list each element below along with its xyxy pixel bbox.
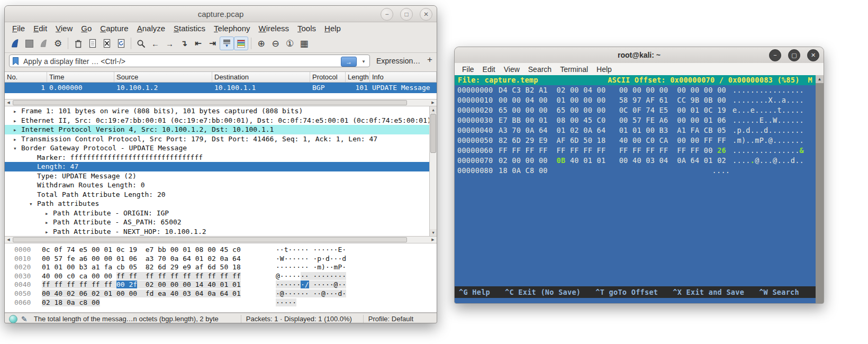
open-file-icon[interactable] [71,37,85,50]
find-packet-icon[interactable] [134,37,148,50]
hexedit-row[interactable]: 0000008018 0A C8 00.... [457,166,824,176]
go-first-packet-icon[interactable]: ⇤ [191,37,205,50]
collapse-arrow-icon[interactable]: ▾ [29,200,37,209]
detail-row[interactable]: Marker: ffffffffffffffffffffffffffffffff [5,153,437,162]
apply-filter-button[interactable]: → [341,57,357,67]
detail-row[interactable]: Type: UPDATE Message (2) [5,171,437,181]
expand-arrow-icon[interactable]: ▸ [13,125,21,134]
menu-item-file[interactable]: File [8,23,29,33]
scroll-left-icon[interactable]: ◀ [5,99,12,106]
hex-row[interactable]: 006002 18 0a c8 00····· [5,298,437,307]
packet-bytes-pane[interactable]: 00000c 0f 74 e5 00 01 0c 19 e7 bb 00 01 … [5,243,437,313]
menu-item-tools[interactable]: Tools [293,23,320,33]
menu-item-telephony[interactable]: Telephony [210,23,254,33]
zoom-original-icon[interactable]: ① [283,37,297,50]
menu-item-wireless[interactable]: Wireless [255,23,294,33]
column-header-destination[interactable]: Destination [212,72,310,82]
column-header-time[interactable]: Time [47,72,114,82]
detail-row[interactable]: ▸Path Attribute - AS_PATH: 65002 [5,218,437,227]
minimize-icon[interactable]: − [769,49,781,61]
menu-item-search[interactable]: Search [524,65,556,74]
hexedit-row[interactable]: 00000000D4 C3 B2 A1 02 00 04 00 00 00 00… [457,85,824,95]
close-file-icon[interactable] [100,37,114,50]
detail-row[interactable]: ▸Path Attribute - NEXT_HOP: 10.100.1.2 [5,227,437,237]
hex-row[interactable]: 005000 40 02 06 02 01 00 00 fd ea 40 03 … [5,289,437,298]
scroll-up-icon[interactable]: ▲ [430,106,437,113]
restart-capture-icon[interactable] [37,37,51,50]
minimize-icon[interactable]: − [381,8,393,21]
detail-row[interactable]: ▾Border Gateway Protocol - UPDATE Messag… [5,143,437,153]
stop-capture-icon[interactable] [22,37,37,50]
expand-arrow-icon[interactable]: ▸ [45,209,53,218]
hexedit-row[interactable]: 00000040A3 70 0A 64 01 02 0A 64 01 01 00… [457,125,824,135]
menu-item-view[interactable]: View [500,65,524,74]
menu-item-capture[interactable]: Capture [96,23,132,33]
start-capture-icon[interactable] [8,37,22,50]
scroll-right-icon[interactable]: ▶ [429,99,437,106]
hexedit-row[interactable]: 0000005082 6D 29 E9 AF 6D 50 18 40 00 C0… [457,135,824,146]
close-icon[interactable]: ✕ [807,49,819,61]
column-header-info[interactable]: Info [370,72,437,82]
hex-row[interactable]: 002001 01 00 b3 a1 fa cb 05 82 6d 29 e9 … [5,263,437,272]
terminal-screen[interactable]: File: capture.temp ASCII Offset: 0x00000… [455,75,824,303]
zoom-out-icon[interactable]: ⊖ [268,37,283,50]
reload-file-icon[interactable] [114,37,128,50]
detail-row[interactable]: ▸Ethernet II, Src: 0c:19:e7:bb:00:01 (0c… [5,116,437,125]
hexedit-row[interactable]: 0000007002 00 00 00 0B 40 01 01 00 40 03… [457,156,824,166]
detail-row[interactable]: Length: 47 [5,162,437,171]
go-last-packet-icon[interactable]: ⇥ [205,37,220,50]
hexedit-row[interactable]: 0000001000 00 04 00 01 00 00 00 58 97 AF… [457,95,824,105]
expression-button[interactable]: Expression… [376,57,420,65]
menu-item-statistics[interactable]: Statistics [169,23,210,33]
column-header-protocol[interactable]: Protocol [310,72,346,82]
maximize-icon[interactable]: ▢ [788,49,800,61]
detail-row[interactable]: ▾Path attributes [5,199,437,209]
hexedit-row[interactable]: 00000060FF FF FF FF FF FF FF FF FF FF FF… [457,146,824,156]
colorize-button[interactable] [234,37,248,50]
go-forward-icon[interactable]: → [162,37,177,50]
menu-item-help[interactable]: Help [320,23,345,33]
menu-item-help[interactable]: Help [592,65,616,74]
scroll-left-icon[interactable]: ◀ [5,237,12,243]
detail-row[interactable]: ▸Path Attribute - ORIGIN: IGP [5,209,437,218]
annotation-pencil-icon[interactable]: ✎ [21,315,28,323]
capture-options-icon[interactable]: ⚙ [51,37,65,50]
hexedit-row[interactable]: 00000030E7 BB 00 01 08 00 45 C0 00 57 FE… [457,115,824,125]
terminal-titlebar[interactable]: root@kali: ~ − ▢ ✕ [455,47,824,64]
resize-columns-icon[interactable]: ▦ [297,37,311,50]
hex-row[interactable]: 00000c 0f 74 e5 00 01 0c 19 e7 bb 00 01 … [5,246,437,255]
scroll-up-icon[interactable]: ▲ [816,75,824,83]
expand-arrow-icon[interactable]: ▸ [13,107,21,116]
terminal-scrollbar[interactable]: ▲ [816,75,824,303]
hex-row[interactable]: 001000 57 fe a6 00 00 01 06 a3 70 0a 64 … [5,255,437,264]
scroll-down-icon[interactable]: ▼ [430,229,437,236]
save-file-icon[interactable] [85,37,100,50]
hex-row[interactable]: 0040ff ff ff ff ff ff 00 2f 02 00 00 00 … [5,280,437,289]
scroll-right-icon[interactable]: ▶ [429,237,437,243]
detail-row[interactable]: Total Path Attribute Length: 20 [5,190,437,200]
display-filter-box[interactable]: → ▼ [9,55,370,67]
expand-arrow-icon[interactable]: ▸ [45,218,53,227]
menu-item-view[interactable]: View [51,23,77,33]
display-filter-input[interactable] [22,56,326,67]
go-to-packet-icon[interactable]: ↴ [177,37,191,50]
column-header-source[interactable]: Source [114,72,212,82]
add-filter-button[interactable]: + [427,55,432,65]
hex-row[interactable]: 003040 00 c0 ca 00 00 ff ff ff ff ff ff … [5,272,437,281]
filter-dropdown-icon[interactable]: ▼ [361,59,366,64]
expand-arrow-icon[interactable]: ▸ [13,116,21,125]
detail-row[interactable]: ▸Internet Protocol Version 4, Src: 10.10… [5,125,437,134]
expand-arrow-icon[interactable]: ▸ [45,228,53,237]
filter-bookmark-icon[interactable] [12,57,19,68]
zoom-in-icon[interactable]: ⊕ [254,37,268,50]
detail-row[interactable]: ▸Transmission Control Protocol, Src Port… [5,134,437,144]
menu-item-edit[interactable]: Edit [478,65,500,74]
detail-row[interactable]: Withdrawn Routes Length: 0 [5,180,437,190]
menu-item-go[interactable]: Go [77,23,96,33]
profile-label[interactable]: Profile: Default [368,315,413,323]
packet-row[interactable]: 10.00000010.100.1.210.100.1.1BGP101UPDAT… [5,83,437,93]
column-header-no[interactable]: No. [5,72,47,82]
menu-item-file[interactable]: File [458,65,478,74]
menu-item-edit[interactable]: Edit [29,23,51,33]
wireshark-titlebar[interactable]: capture.pcap − □ ✕ [5,6,437,22]
